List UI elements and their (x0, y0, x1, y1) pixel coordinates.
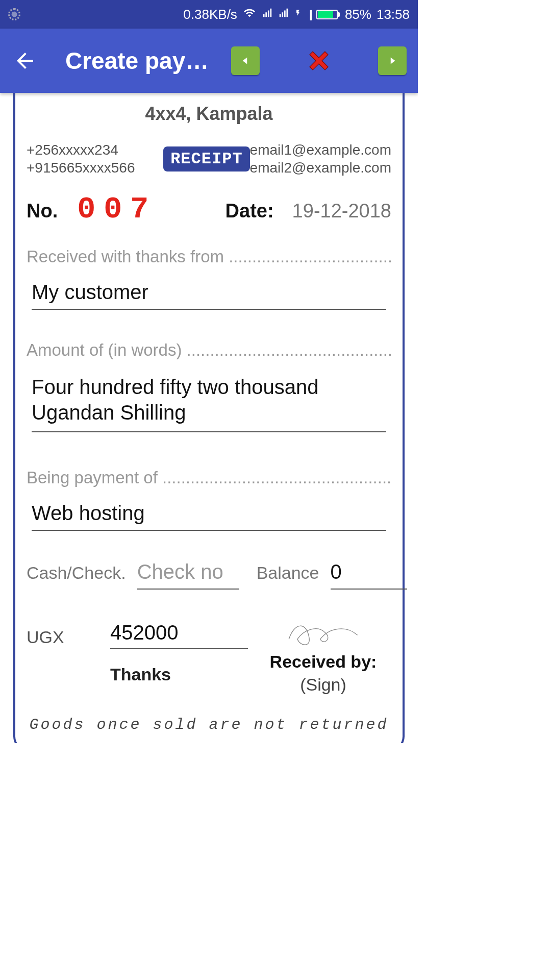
receipt-no-label: No. (27, 200, 58, 222)
business-phones: +256xxxxx234 +915665xxxx566 (27, 141, 163, 177)
received-from-label: Received with thanks from ..............… (27, 247, 391, 266)
being-payment-input[interactable] (32, 498, 386, 531)
signal-icon (262, 7, 273, 22)
loading-spinner-icon (8, 8, 20, 20)
business-emails: email1@example.com email2@example.com (250, 141, 391, 177)
app-bar: Create pay… (0, 29, 418, 93)
received-by-label: Received by: (255, 652, 391, 672)
amount-words-label: Amount of (in words) ...................… (27, 340, 391, 360)
network-speed: 0.38KB/s (183, 7, 237, 22)
close-button[interactable] (305, 46, 333, 75)
charging-icon (294, 7, 302, 22)
back-button[interactable] (11, 48, 39, 73)
prev-button[interactable] (231, 46, 260, 75)
next-button[interactable] (378, 46, 407, 75)
battery-icon: ❙ (307, 8, 340, 20)
clock: 13:58 (377, 7, 410, 22)
content-area: 4xx4, Kampala +256xxxxx234 +915665xxxx56… (0, 93, 418, 743)
phone-2: +915665xxxx566 (27, 159, 163, 177)
cash-check-label: Cash/Check. (27, 563, 126, 583)
phone-1: +256xxxxx234 (27, 141, 163, 159)
thanks-label: Thanks (110, 665, 248, 684)
receipt-no-value: 007 (77, 192, 157, 227)
battery-percent: 85% (345, 7, 371, 22)
being-payment-label: Being payment of .......................… (27, 468, 391, 487)
wifi-icon (242, 7, 257, 22)
amount-words-input[interactable]: Four hundred fifty two thousand Ugandan … (32, 370, 386, 432)
date-label: Date: (226, 200, 274, 222)
signal-icon-2 (278, 7, 289, 22)
balance-label: Balance (257, 563, 319, 583)
check-no-input[interactable] (137, 556, 239, 590)
footer-note: Goods once sold are not returned (27, 716, 391, 733)
customer-input[interactable] (32, 277, 386, 310)
sign-label: (Sign) (255, 675, 391, 695)
page-title: Create pay… (49, 47, 221, 75)
total-input[interactable] (110, 619, 248, 649)
receipt-badge: RECEIPT (163, 146, 249, 172)
signature-icon (283, 619, 363, 648)
date-value: 19-12-2018 (292, 200, 391, 222)
status-bar: 0.38KB/s ❙ 85% 13:58 (0, 0, 418, 29)
balance-input[interactable] (331, 556, 407, 590)
email-2: email2@example.com (250, 159, 391, 177)
receipt-card: 4xx4, Kampala +256xxxxx234 +915665xxxx56… (13, 93, 405, 743)
business-address: 4xx4, Kampala (27, 103, 391, 125)
email-1: email1@example.com (250, 141, 391, 159)
currency-label: UGX (27, 619, 103, 647)
